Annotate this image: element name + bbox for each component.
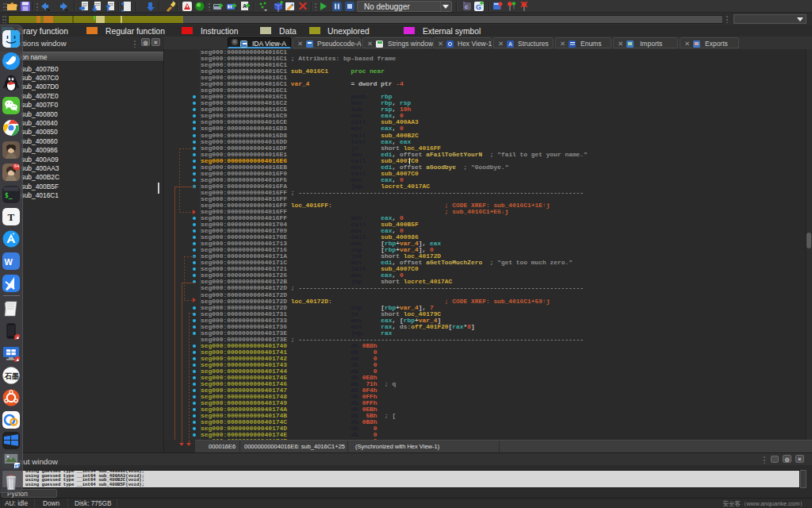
svg-text:T: T: [8, 211, 15, 223]
svg-text:W: W: [5, 257, 13, 267]
svg-text:G: G: [476, 3, 481, 11]
svg-text:c: c: [465, 3, 469, 10]
svg-text:$_: $_: [5, 192, 13, 199]
svg-text:石墨: 石墨: [4, 372, 19, 380]
